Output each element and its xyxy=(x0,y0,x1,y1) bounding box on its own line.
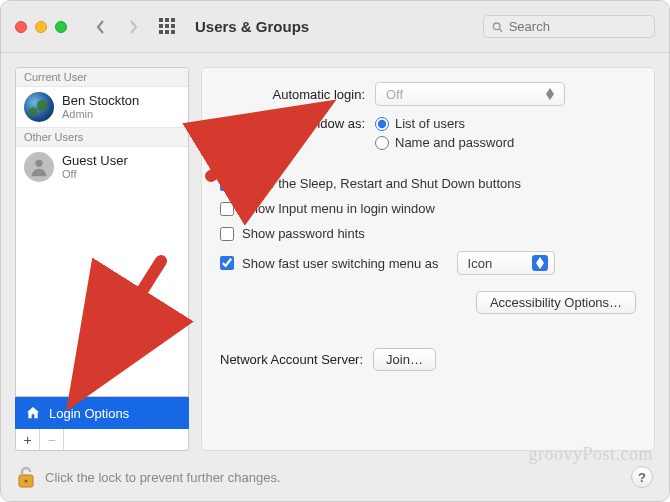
close-window-button[interactable] xyxy=(15,21,27,33)
svg-point-2 xyxy=(35,160,42,167)
checkbox-sleep-buttons[interactable]: Show the Sleep, Restart and Shut Down bu… xyxy=(220,176,636,191)
accessibility-options-button[interactable]: Accessibility Options… xyxy=(476,291,636,314)
checkbox-sleep-label: Show the Sleep, Restart and Shut Down bu… xyxy=(242,176,521,191)
back-button[interactable] xyxy=(89,13,113,41)
watermark: groovyPost.com xyxy=(528,444,653,465)
svg-line-1 xyxy=(499,29,502,32)
user-row-guest[interactable]: Guest User Off xyxy=(16,147,188,187)
automatic-login-label: Automatic login: xyxy=(220,87,365,102)
window-controls xyxy=(15,21,67,33)
user-list: Current User Ben Stockton Admin Other Us… xyxy=(15,67,189,397)
svg-marker-6 xyxy=(536,263,544,269)
checkbox-input-menu-input[interactable] xyxy=(220,202,234,216)
body: Current User Ben Stockton Admin Other Us… xyxy=(1,53,669,455)
add-remove-bar: + − xyxy=(15,429,189,451)
fast-switch-value: Icon xyxy=(468,256,493,271)
forward-button xyxy=(121,13,145,41)
svg-point-0 xyxy=(493,22,500,29)
nas-join-button[interactable]: Join… xyxy=(373,348,436,371)
row-network-account-server: Network Account Server: Join… xyxy=(220,348,636,371)
show-all-icon[interactable] xyxy=(159,18,177,36)
help-button[interactable]: ? xyxy=(631,466,653,488)
row-display-window: Display login window as: List of users N… xyxy=(220,116,636,150)
chevron-updown-icon xyxy=(542,86,558,102)
radio-list-users[interactable]: List of users xyxy=(375,116,514,131)
automatic-login-value: Off xyxy=(386,87,403,102)
checkbox-password-hints-label: Show password hints xyxy=(242,226,365,241)
user-role: Admin xyxy=(62,108,139,120)
avatar-generic-icon xyxy=(24,152,54,182)
chevron-updown-icon xyxy=(532,255,548,271)
radio-name-password[interactable]: Name and password xyxy=(375,135,514,150)
user-status: Off xyxy=(62,168,128,180)
lock-icon[interactable] xyxy=(17,465,35,489)
checkbox-sleep-input[interactable] xyxy=(220,177,234,191)
svg-marker-4 xyxy=(546,94,554,100)
user-name: Guest User xyxy=(62,154,128,168)
login-options-item[interactable]: Login Options xyxy=(15,397,189,429)
user-row-current[interactable]: Ben Stockton Admin xyxy=(16,87,188,127)
section-current-user: Current User xyxy=(16,68,188,87)
checkbox-input-menu-label: Show Input menu in login window xyxy=(242,201,435,216)
row-accessibility: Accessibility Options… xyxy=(220,291,636,314)
lock-text: Click the lock to prevent further change… xyxy=(45,470,281,485)
login-options-label: Login Options xyxy=(49,406,129,421)
radio-name-password-label: Name and password xyxy=(395,135,514,150)
avatar-earth-icon xyxy=(24,92,54,122)
fast-switch-select[interactable]: Icon xyxy=(457,251,555,275)
row-automatic-login: Automatic login: Off xyxy=(220,82,636,106)
search-field[interactable] xyxy=(483,15,655,38)
preferences-window: Users & Groups Current User Ben Stockton… xyxy=(0,0,670,502)
radio-list-users-label: List of users xyxy=(395,116,465,131)
checkbox-input-menu[interactable]: Show Input menu in login window xyxy=(220,201,636,216)
row-fast-switching: Show fast user switching menu as Icon xyxy=(220,251,636,275)
search-icon xyxy=(492,21,503,33)
display-window-radio-group: List of users Name and password xyxy=(375,116,514,150)
sidebar: Current User Ben Stockton Admin Other Us… xyxy=(15,67,189,451)
automatic-login-select[interactable]: Off xyxy=(375,82,565,106)
pane-title: Users & Groups xyxy=(195,18,309,35)
titlebar: Users & Groups xyxy=(1,1,669,53)
checkbox-fast-switch-label: Show fast user switching menu as xyxy=(242,256,439,271)
checkbox-password-hints[interactable]: Show password hints xyxy=(220,226,636,241)
user-name: Ben Stockton xyxy=(62,94,139,108)
minimize-window-button[interactable] xyxy=(35,21,47,33)
svg-point-8 xyxy=(25,480,28,483)
main-pane: Automatic login: Off Display login windo… xyxy=(201,67,655,451)
radio-name-password-input[interactable] xyxy=(375,136,389,150)
search-input[interactable] xyxy=(509,19,646,34)
checkbox-fast-switch-input[interactable] xyxy=(220,256,234,270)
checkbox-password-hints-input[interactable] xyxy=(220,227,234,241)
section-other-users: Other Users xyxy=(16,127,188,147)
add-user-button[interactable]: + xyxy=(16,429,40,450)
remove-user-button: − xyxy=(40,429,64,450)
display-window-label: Display login window as: xyxy=(220,116,365,131)
zoom-window-button[interactable] xyxy=(55,21,67,33)
nas-label: Network Account Server: xyxy=(220,352,363,367)
house-icon xyxy=(25,405,41,421)
radio-list-users-input[interactable] xyxy=(375,117,389,131)
